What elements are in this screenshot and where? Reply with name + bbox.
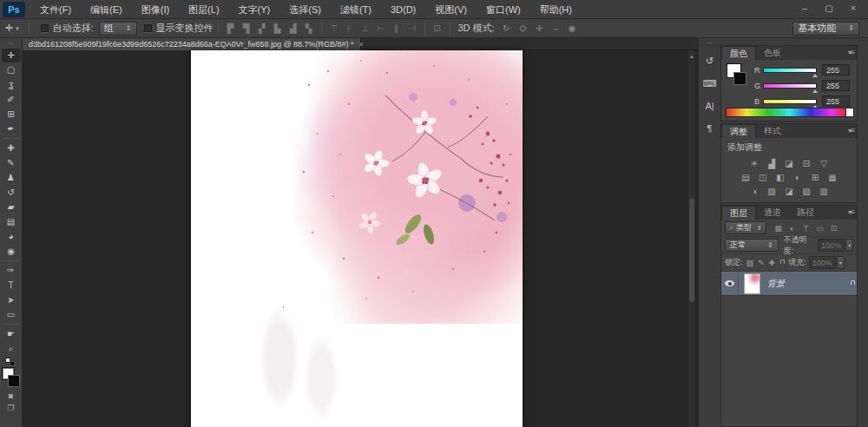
scroll-up-icon[interactable]: ▲ <box>688 52 695 61</box>
tool-lasso[interactable]: ʓ <box>2 78 21 92</box>
dock-collapse-grip[interactable]: ‥ <box>699 38 720 46</box>
lock-lock-position[interactable]: ✚ <box>769 259 776 267</box>
layer-filter-filter-adjustment[interactable]: ◐ <box>786 224 798 233</box>
opacity-value-field[interactable]: 100% <box>818 239 845 252</box>
adjustment-curves[interactable]: ◪ <box>782 158 796 169</box>
tool-hand[interactable]: ☛ <box>2 327 21 341</box>
tool-shape[interactable]: ▭ <box>2 308 21 322</box>
panel-tab-styles[interactable]: 样式 <box>756 124 789 138</box>
auto-select-dropdown[interactable]: 组 ⇕ <box>99 22 137 36</box>
adjustment-threshold[interactable]: ◪ <box>782 186 796 197</box>
dock-panel-icon-character[interactable]: A| <box>701 98 719 114</box>
tool-quick-select[interactable]: ✐ <box>2 93 21 107</box>
tools-collapse-grip[interactable]: ‥ <box>0 38 22 48</box>
adjustment-brightness-contrast[interactable]: ☀ <box>747 158 761 169</box>
panel-tab-color[interactable]: 颜色 <box>721 46 756 60</box>
background-color-swatch[interactable] <box>8 375 20 387</box>
color-spectrum-ramp[interactable] <box>726 108 854 117</box>
layer-filter-dropdown[interactable]: ⌕ 类型 ⇕ <box>725 221 766 234</box>
document-tab[interactable]: d3bd161208f5e909f19fc6e3d99d6526c72234a8… <box>23 38 361 50</box>
layer-filter-filter-shape[interactable]: ▭ <box>814 224 825 233</box>
tool-crop[interactable]: ⊞ <box>2 108 21 122</box>
default-swap-colors-icon[interactable] <box>5 358 17 366</box>
tool-marquee[interactable]: ▢ <box>2 63 21 77</box>
3d-mode-icon-3d-slide[interactable]: ⇔ <box>549 23 563 33</box>
caret-down-icon[interactable]: ▾ <box>837 256 845 269</box>
dock-panel-icon-paragraph[interactable]: ¶ <box>701 121 719 136</box>
menu-item-view[interactable]: 视图(V) <box>425 0 477 19</box>
lock-lock-pixels[interactable]: ✎ <box>758 259 765 267</box>
distribute-icon-distribute-top[interactable]: ⊤ <box>327 23 341 33</box>
channel-value-field[interactable]: 255 <box>822 95 850 107</box>
layer-filter-filter-type[interactable]: T <box>800 224 812 233</box>
layer-row-background[interactable]: 背景 <box>721 272 857 296</box>
fill-value-field[interactable]: 100% <box>809 256 836 269</box>
layer-filter-filter-pixel[interactable]: ▦ <box>773 224 784 233</box>
workspace-dropdown[interactable]: 基本功能 ⇕ <box>792 22 859 36</box>
adjustment-vibrance[interactable]: ▽ <box>817 158 831 169</box>
slider-marker-icon[interactable] <box>812 89 818 93</box>
screen-mode-button[interactable]: ❐ <box>2 402 21 414</box>
3d-mode-icon-3d-camera[interactable]: ◉ <box>565 23 580 33</box>
adjustment-selective-color[interactable]: ▧ <box>799 186 813 197</box>
menu-item-layer[interactable]: 图层(L) <box>179 0 228 19</box>
tool-preset-picker[interactable]: ✛ ▾ <box>0 23 24 34</box>
tool-eyedropper[interactable]: ✒ <box>2 122 21 136</box>
tool-pen[interactable]: ✑ <box>2 264 21 278</box>
adjustment-invert[interactable]: ◑ <box>747 186 761 197</box>
menu-item-edit[interactable]: 编辑(E) <box>81 0 132 19</box>
menu-item-image[interactable]: 图像(I) <box>132 0 179 19</box>
adjustment-photo-filter[interactable]: ◐ <box>791 172 805 183</box>
menu-item-filter[interactable]: 滤镜(T) <box>331 0 381 19</box>
adjustment-exposure[interactable]: ⊟ <box>799 158 813 169</box>
adjustment-gradient-map[interactable]: ▥ <box>817 186 831 197</box>
panel-tab-adjustments[interactable]: 调整 <box>721 124 756 138</box>
lock-lock-transparent[interactable]: ▨ <box>746 259 754 267</box>
menu-item-file[interactable]: 文件(F) <box>30 0 81 19</box>
menu-item-help[interactable]: 帮助(H) <box>530 0 582 19</box>
channel-value-field[interactable]: 255 <box>822 64 850 76</box>
tool-type[interactable]: T <box>2 279 21 292</box>
panel-tab-layers[interactable]: 图层 <box>721 206 756 220</box>
align-icon-align-bottom-edges[interactable]: ▞ <box>255 23 269 33</box>
tool-eraser[interactable]: ▰ <box>2 200 21 214</box>
adjustment-levels[interactable]: ▟ <box>765 158 779 169</box>
document-canvas[interactable] <box>191 50 523 427</box>
3d-mode-icon-3d-drag[interactable]: ✛ <box>532 23 547 33</box>
adjustment-color-lookup[interactable]: ▦ <box>825 172 839 183</box>
show-transform-checkbox[interactable] <box>144 24 152 32</box>
distribute-icon-distribute-left[interactable]: ⊢ <box>374 23 388 33</box>
channel-value-field[interactable]: 255 <box>822 80 850 91</box>
menu-item-type[interactable]: 文字(Y) <box>229 0 280 19</box>
panel-tab-swatches[interactable]: 色板 <box>756 46 789 60</box>
visibility-toggle[interactable] <box>721 272 739 296</box>
distribute-icon-distribute-right[interactable]: ⊣ <box>405 23 419 33</box>
adjustment-color-balance[interactable]: ◫ <box>756 172 770 183</box>
panel-tab-channels[interactable]: 通道 <box>756 206 789 220</box>
tool-move[interactable]: ✛ <box>2 49 21 62</box>
tab-close-icon[interactable]: × <box>359 40 364 49</box>
panel-tab-paths[interactable]: 路径 <box>789 206 822 220</box>
auto-select-checkbox[interactable] <box>41 24 49 32</box>
menu-item-window[interactable]: 窗口(W) <box>477 0 530 19</box>
adjustment-hue-saturation[interactable]: ▤ <box>739 172 753 183</box>
adjustment-posterize[interactable]: ▨ <box>765 186 779 197</box>
auto-align-icon[interactable]: ⊡ <box>431 23 444 33</box>
tool-dodge[interactable]: ◉ <box>2 245 21 259</box>
distribute-icon-distribute-v-centers[interactable]: ⊦ <box>343 23 357 33</box>
3d-mode-icon-3d-rotate[interactable]: ↻ <box>499 23 514 33</box>
panel-menu-icon[interactable]: ▾≡ <box>848 127 854 135</box>
adjustment-channel-mixer[interactable]: ⊞ <box>808 172 822 183</box>
align-icon-align-h-centers[interactable]: ▟ <box>286 23 300 33</box>
distribute-icon-distribute-h-centers[interactable]: ∥ <box>390 23 404 33</box>
tool-blur[interactable]: ◕ <box>2 230 21 244</box>
close-button[interactable]: × <box>842 1 865 15</box>
vertical-scrollbar[interactable]: ▲ <box>688 50 695 427</box>
panel-fg-bg-swatches[interactable] <box>727 63 749 88</box>
channel-slider[interactable] <box>763 83 817 89</box>
align-icon-align-v-centers[interactable]: ▜ <box>240 23 253 33</box>
layer-filter-filter-smart[interactable]: ⊡ <box>828 224 839 233</box>
panel-menu-icon[interactable]: ▾≡ <box>848 49 854 56</box>
caret-down-icon[interactable]: ▾ <box>845 239 853 252</box>
layer-thumbnail[interactable] <box>744 273 760 294</box>
